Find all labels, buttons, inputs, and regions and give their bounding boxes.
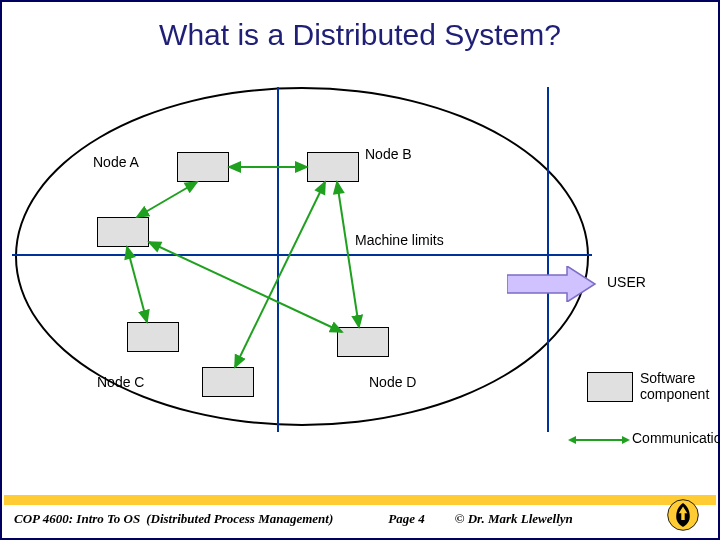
svg-marker-6	[507, 266, 595, 302]
footer: COP 4600: Intro To OS (Distributed Proce…	[2, 508, 718, 530]
label-node-c: Node C	[97, 374, 144, 390]
component-box	[177, 152, 229, 182]
ucf-logo-icon	[666, 498, 700, 532]
vertical-divider-1	[277, 87, 279, 432]
label-node-b: Node B	[365, 146, 412, 162]
component-box	[97, 217, 149, 247]
label-machine-limits: Machine limits	[355, 232, 444, 248]
label-node-d: Node D	[369, 374, 416, 390]
diagram-area: Node A Node B Node C Node D Machine limi…	[7, 82, 717, 462]
label-communication: Communication	[632, 430, 720, 446]
vertical-divider-2	[547, 87, 549, 432]
label-software-component: Software component	[640, 370, 717, 402]
component-box	[337, 327, 389, 357]
component-box	[202, 367, 254, 397]
component-box	[127, 322, 179, 352]
footer-subtitle: (Distributed Process Management)	[146, 511, 333, 527]
footer-author: © Dr. Mark Llewellyn	[455, 511, 573, 527]
slide-title: What is a Distributed System?	[2, 18, 718, 52]
legend-component-box	[587, 372, 633, 402]
component-box	[307, 152, 359, 182]
user-block-arrow	[507, 266, 597, 302]
label-user: USER	[607, 274, 646, 290]
slide: What is a Distributed System? Node A Nod…	[0, 0, 720, 540]
footer-gold-bar	[4, 495, 716, 505]
legend-communication-arrow	[574, 439, 624, 441]
footer-course: COP 4600: Intro To OS	[14, 511, 140, 527]
label-node-a: Node A	[93, 154, 139, 170]
horizontal-divider	[12, 254, 592, 256]
footer-page: Page 4	[388, 511, 424, 527]
